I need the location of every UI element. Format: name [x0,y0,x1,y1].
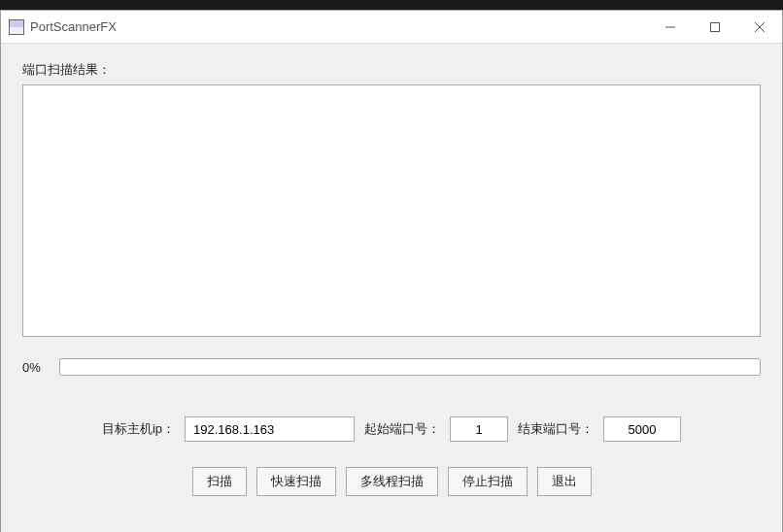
svg-rect-1 [711,22,720,31]
content-area: 端口扫描结果： 0% 目标主机ip： 起始端口号： 结束端口号： 扫描 快速扫描… [1,44,782,532]
close-icon [755,22,765,32]
exit-button[interactable]: 退出 [537,467,592,496]
window-title: PortScannerFX [30,19,117,34]
start-port-input[interactable] [450,416,508,442]
result-textarea[interactable] [22,84,761,337]
start-port-label: 起始端口号： [364,420,440,438]
app-icon [9,19,24,35]
titlebar[interactable]: PortScannerFX [1,11,782,44]
close-button[interactable] [737,11,782,43]
end-port-input[interactable] [603,416,681,442]
target-ip-input[interactable] [185,416,355,442]
progress-percent-label: 0% [22,360,53,375]
progress-row: 0% [22,358,761,376]
app-window: PortScannerFX 端口扫描结果： [0,10,783,532]
stop-scan-button[interactable]: 停止扫描 [448,467,528,496]
titlebar-left: PortScannerFX [9,19,117,35]
end-port-label: 结束端口号： [518,420,594,438]
maximize-button[interactable] [693,11,737,43]
minimize-icon [665,22,675,32]
fast-scan-button[interactable]: 快速扫描 [256,467,336,496]
result-label: 端口扫描结果： [22,61,761,79]
button-row: 扫描 快速扫描 多线程扫描 停止扫描 退出 [22,467,761,496]
window-controls [648,11,782,43]
minimize-button[interactable] [648,11,693,43]
input-row: 目标主机ip： 起始端口号： 结束端口号： [22,416,761,442]
maximize-icon [710,22,720,32]
scan-button[interactable]: 扫描 [192,467,247,496]
target-ip-label: 目标主机ip： [102,420,175,438]
progress-bar [59,358,761,376]
multi-thread-scan-button[interactable]: 多线程扫描 [346,467,438,496]
